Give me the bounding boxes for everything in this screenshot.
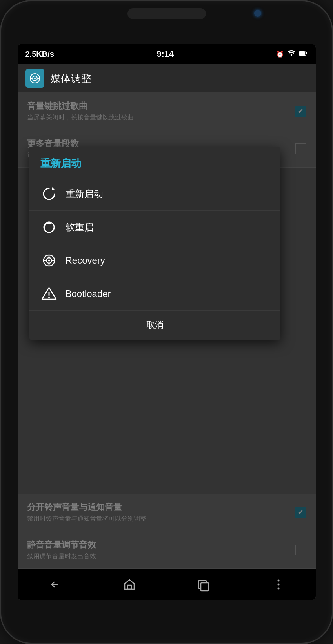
bootloader-label: Bootloader — [66, 288, 111, 299]
content-area: 音量键跳过歌曲 当屏幕关闭时，长按音量键以跳过歌曲 更多音量段数 通过自定义音量… — [18, 92, 316, 569]
svg-rect-1 — [306, 52, 307, 54]
svg-rect-26 — [201, 583, 209, 591]
soft-restart-label: 软重启 — [66, 221, 94, 233]
svg-point-23 — [48, 297, 50, 298]
dialog-item-recovery[interactable]: Recovery — [29, 244, 280, 277]
recovery-label: Recovery — [66, 255, 105, 266]
restart-label: 重新启动 — [66, 188, 103, 200]
app-title: 媒体调整 — [51, 72, 91, 85]
modal-overlay: 重新启动 重新启动 — [18, 92, 316, 569]
soft-restart-icon — [40, 219, 58, 236]
alarm-icon: ⏰ — [276, 51, 284, 58]
battery-icon — [299, 50, 308, 58]
status-bar: 2.5KB/s 9:14 ⏰ — [18, 44, 316, 64]
home-button[interactable] — [118, 573, 141, 596]
svg-point-29 — [277, 588, 279, 590]
screen: 2.5KB/s 9:14 ⏰ — [18, 44, 316, 600]
restart-dialog: 重新启动 重新启动 — [29, 147, 280, 340]
dialog-item-bootloader[interactable]: Bootloader — [29, 277, 280, 311]
phone-shell: 2.5KB/s 9:14 ⏰ — [0, 0, 333, 644]
dialog-title: 重新启动 — [29, 147, 280, 177]
svg-rect-3 — [299, 51, 305, 55]
bootloader-icon — [40, 285, 58, 302]
status-icons: ⏰ — [276, 50, 308, 58]
more-button[interactable] — [267, 573, 290, 596]
cancel-button[interactable]: 取消 — [29, 311, 280, 340]
svg-point-27 — [277, 580, 279, 582]
dialog-item-soft-restart[interactable]: 软重启 — [29, 211, 280, 244]
svg-point-16 — [48, 260, 50, 262]
back-button[interactable] — [43, 573, 67, 596]
recovery-icon — [40, 252, 58, 269]
wifi-icon — [287, 50, 296, 58]
network-speed: 2.5KB/s — [25, 50, 54, 59]
recent-button[interactable] — [192, 573, 216, 596]
nav-bar — [18, 569, 316, 600]
svg-point-6 — [34, 78, 36, 79]
app-icon — [25, 69, 44, 88]
clock: 9:14 — [156, 49, 174, 59]
restart-icon — [40, 185, 58, 203]
dialog-item-restart[interactable]: 重新启动 — [29, 177, 280, 211]
app-bar: 媒体调整 — [18, 64, 316, 92]
svg-marker-11 — [52, 187, 55, 190]
svg-point-28 — [277, 584, 279, 586]
svg-rect-24 — [127, 585, 131, 589]
